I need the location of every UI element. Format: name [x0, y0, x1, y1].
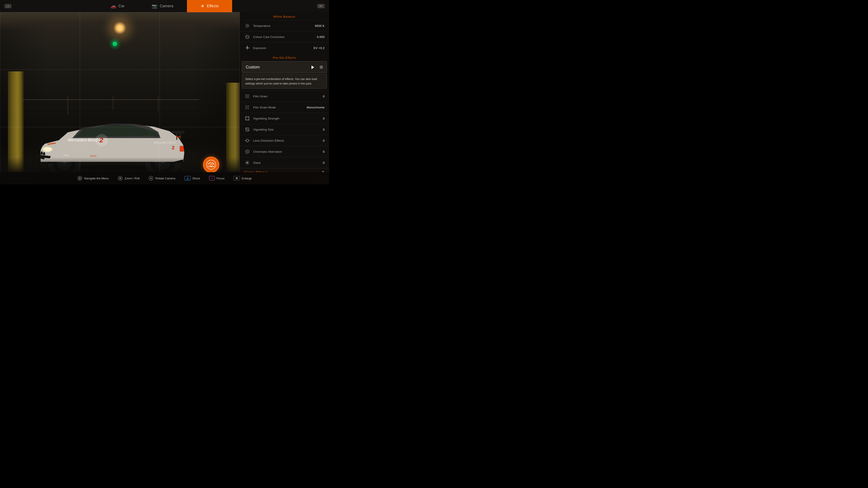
shoot-control-label: Shoot: [192, 177, 200, 180]
tooltip-text: Select a pre-set combination of effects.…: [245, 77, 317, 85]
svg-rect-52: [248, 96, 249, 96]
colour-cast-label: Colour Cast Correction: [253, 35, 317, 39]
focus-control: □ Focus: [209, 176, 225, 181]
glare-label: Glare: [253, 161, 323, 164]
top-navigation: L1 🚗 Car 📷 Camera ☀ Effects R1: [0, 0, 329, 12]
svg-point-104: [120, 177, 121, 179]
svg-rect-51: [247, 96, 248, 96]
svg-line-88: [246, 164, 246, 164]
exposure-value: EV +0.2: [313, 46, 324, 50]
exposure-label: Exposure: [253, 46, 313, 50]
focus-label: Focus: [217, 177, 224, 180]
cursor-arrow: [311, 66, 314, 69]
navigate-icon: [77, 176, 82, 181]
film-grain-icon: [244, 93, 250, 99]
svg-point-80: [247, 162, 248, 164]
svg-rect-48: [247, 94, 248, 95]
zoom-icon: [118, 176, 123, 181]
film-grain-row[interactable]: Film Grain 0: [240, 91, 329, 102]
tab-car[interactable]: 🚗 Car: [97, 0, 138, 12]
preset-effects-header: Pre-Set Effects: [240, 53, 329, 61]
navigate-menu-label: Navigate the Menu: [84, 177, 109, 180]
bottom-bar: Navigate the Menu Zoom / Roll Rotate Cam…: [0, 172, 329, 184]
enlarge-label: Enlarge: [242, 177, 252, 180]
glare-row[interactable]: Glare 0: [240, 157, 329, 168]
shoot-circle-button[interactable]: [203, 157, 219, 173]
tooltip-box: Select a pre-set combination of effects.…: [242, 74, 327, 89]
svg-rect-54: [247, 97, 248, 98]
rotate-icon: [149, 176, 153, 181]
svg-line-87: [248, 161, 249, 162]
zoom-roll-control: Zoom / Roll: [118, 176, 140, 181]
svg-rect-60: [247, 107, 248, 107]
svg-rect-50: [246, 96, 246, 96]
lens-distortion-label: Lens Distortion Effects: [253, 139, 323, 142]
exposure-icon: [244, 45, 250, 51]
effects-icon: ☀: [200, 3, 205, 9]
svg-marker-99: [79, 177, 80, 178]
camera-tab-icon: 📷: [152, 3, 158, 9]
svg-rect-61: [248, 107, 249, 107]
preset-dropdown[interactable]: Custom ⊞: [242, 61, 327, 73]
svg-rect-62: [246, 108, 246, 109]
lens-distortion-icon: [244, 137, 250, 144]
film-grain-label: Film Grain: [253, 95, 323, 98]
vignetting-size-value: 0: [323, 128, 324, 131]
enlarge-control: ⊞ Enlarge: [234, 176, 252, 181]
film-grain-value: 0: [323, 95, 324, 98]
right-panel: White Balance Temperature 6500 K: [240, 12, 329, 184]
tab-effects[interactable]: ☀ Effects: [187, 0, 232, 12]
vignetting-size-icon: [244, 126, 250, 133]
chromatic-aberration-label: Chromatic Aberration: [253, 150, 323, 153]
svg-rect-46: [247, 48, 249, 48]
tab-camera[interactable]: 📷 Camera: [138, 0, 187, 12]
temperature-row[interactable]: Temperature 6500 K: [240, 20, 329, 31]
vignetting-strength-value: 0: [323, 117, 324, 120]
svg-point-31: [210, 164, 212, 166]
svg-marker-102: [80, 178, 81, 179]
shoot-circle-inner: [206, 160, 216, 170]
shoot-control: △ Shoot: [184, 176, 200, 181]
l1-badge[interactable]: L1: [4, 4, 11, 8]
svg-rect-45: [247, 46, 248, 48]
svg-marker-101: [78, 178, 79, 179]
camera-viewport: Mercedes-Benz Mercedes-Benz 2 2 AMG BRID…: [0, 12, 240, 184]
svg-rect-64: [248, 108, 249, 109]
film-grain-mode-row[interactable]: Film Grain Mode Monochrome: [240, 102, 329, 113]
colour-cast-icon: [244, 34, 250, 40]
svg-rect-57: [247, 105, 248, 106]
svg-point-79: [247, 151, 248, 152]
grid-icon: ⊞: [320, 65, 323, 70]
shoot-badge: △: [184, 176, 191, 181]
vignetting-size-row[interactable]: Vignetting Size 0: [240, 124, 329, 135]
vignetting-strength-icon: [244, 115, 250, 122]
car-scene: Mercedes-Benz Mercedes-Benz 2 2 AMG BRID…: [0, 12, 240, 184]
svg-point-32: [213, 164, 214, 165]
rotate-camera-control: Rotate Camera: [149, 176, 175, 181]
svg-line-41: [246, 27, 246, 28]
svg-rect-66: [246, 117, 248, 120]
svg-rect-58: [248, 105, 249, 106]
svg-rect-63: [247, 108, 248, 109]
car-icon: 🚗: [111, 3, 116, 9]
vignetting-strength-row[interactable]: Vignetting Strength 0: [240, 113, 329, 124]
lens-distortion-row[interactable]: Lens Distortion Effects 0: [240, 135, 329, 146]
colour-cast-row[interactable]: Colour Cast Correction 0.000: [240, 31, 329, 42]
film-grain-mode-icon: [244, 104, 250, 110]
glare-icon: [244, 160, 250, 166]
chromatic-aberration-icon: [244, 149, 250, 155]
tab-camera-label: Camera: [160, 4, 174, 8]
svg-rect-53: [246, 97, 246, 98]
chromatic-aberration-row[interactable]: Chromatic Aberration 0: [240, 146, 329, 157]
zoom-roll-label: Zoom / Roll: [125, 177, 140, 180]
svg-line-40: [248, 24, 249, 25]
lens-distortion-value: 0: [323, 139, 324, 142]
exposure-row[interactable]: Exposure EV +0.2: [240, 42, 329, 53]
tab-effects-label: Effects: [207, 4, 219, 8]
svg-line-86: [248, 164, 249, 164]
svg-rect-47: [246, 94, 246, 95]
vignetting-strength-label: Vignetting Strength: [253, 117, 323, 120]
svg-rect-59: [246, 107, 246, 107]
temperature-value: 6500 K: [315, 24, 324, 28]
r1-badge[interactable]: R1: [317, 4, 324, 8]
